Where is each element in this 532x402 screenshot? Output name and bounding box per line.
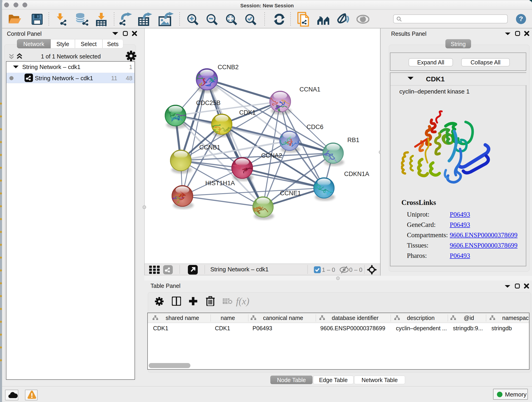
svg-text:CCNB2: CCNB2	[218, 64, 239, 70]
svg-text:CCNA2: CCNA2	[261, 152, 282, 159]
svg-text:RB1: RB1	[347, 137, 360, 143]
svg-text:CCNB1: CCNB1	[199, 144, 220, 151]
svg-text:CDKN1A: CDKN1A	[344, 171, 369, 177]
svg-text:HIST1H1A: HIST1H1A	[205, 180, 235, 186]
svg-text:CCNE1: CCNE1	[280, 190, 301, 197]
svg-text:CDK1: CDK1	[239, 109, 256, 116]
svg-text:CDC6: CDC6	[307, 123, 323, 130]
svg-text:CDC25B: CDC25B	[196, 99, 221, 106]
svg-text:CCNA1: CCNA1	[299, 86, 321, 93]
svg-text:?: ?	[519, 15, 523, 22]
